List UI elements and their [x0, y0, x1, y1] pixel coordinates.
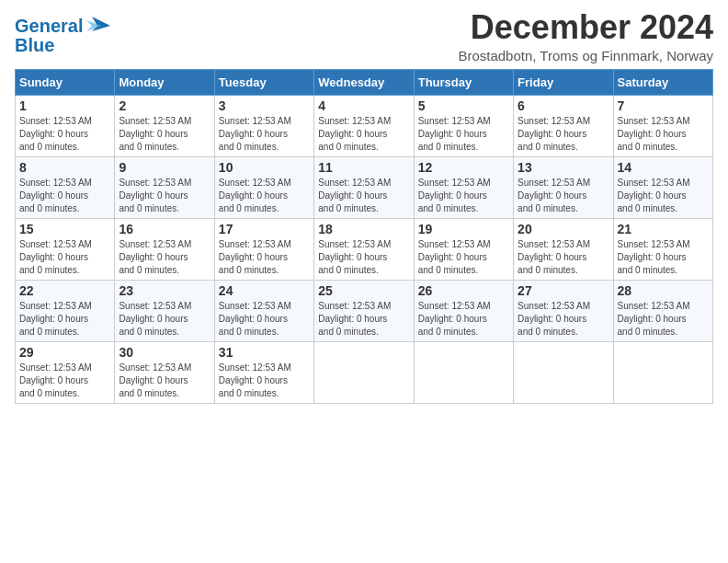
table-row: 8Sunset: 12:53 AMDaylight: 0 hoursand 0 … [16, 156, 115, 218]
day-info: Sunset: 12:53 AMDaylight: 0 hoursand 0 m… [418, 238, 509, 277]
day-info: Sunset: 12:53 AMDaylight: 0 hoursand 0 m… [219, 177, 310, 215]
table-row: 2Sunset: 12:53 AMDaylight: 0 hoursand 0 … [115, 95, 214, 156]
day-info: Sunset: 12:53 AMDaylight: 0 hoursand 0 m… [119, 300, 210, 339]
table-row: 5Sunset: 12:53 AMDaylight: 0 hoursand 0 … [414, 95, 513, 156]
day-number: 22 [19, 283, 110, 298]
table-row: 7Sunset: 12:53 AMDaylight: 0 hoursand 0 … [613, 95, 712, 156]
day-number: 14 [618, 160, 709, 175]
day-info: Sunset: 12:53 AMDaylight: 0 hoursand 0 m… [518, 300, 609, 339]
table-row: 13Sunset: 12:53 AMDaylight: 0 hoursand 0… [514, 156, 613, 218]
calendar-week-row: 22Sunset: 12:53 AMDaylight: 0 hoursand 0… [16, 280, 713, 341]
table-row: 6Sunset: 12:53 AMDaylight: 0 hoursand 0 … [514, 95, 613, 156]
header-friday: Friday [514, 69, 613, 95]
day-number: 19 [418, 222, 509, 236]
table-row: 16Sunset: 12:53 AMDaylight: 0 hoursand 0… [115, 218, 214, 280]
day-info: Sunset: 12:53 AMDaylight: 0 hoursand 0 m… [618, 177, 709, 215]
day-info: Sunset: 12:53 AMDaylight: 0 hoursand 0 m… [219, 238, 310, 277]
day-number: 13 [518, 160, 609, 175]
table-row: 26Sunset: 12:53 AMDaylight: 0 hoursand 0… [414, 280, 513, 341]
day-info: Sunset: 12:53 AMDaylight: 0 hoursand 0 m… [219, 362, 310, 400]
day-info: Sunset: 12:53 AMDaylight: 0 hoursand 0 m… [418, 300, 509, 339]
day-number: 16 [119, 222, 210, 236]
table-row: 30Sunset: 12:53 AMDaylight: 0 hoursand 0… [115, 341, 214, 403]
day-info: Sunset: 12:53 AMDaylight: 0 hoursand 0 m… [19, 238, 110, 277]
header: General Blue December 2024 Brostadbotn, … [15, 9, 713, 63]
calendar-week-row: 29Sunset: 12:53 AMDaylight: 0 hoursand 0… [16, 341, 713, 403]
table-row: 15Sunset: 12:53 AMDaylight: 0 hoursand 0… [16, 218, 115, 280]
logo: General Blue [15, 13, 110, 56]
table-row: 10Sunset: 12:53 AMDaylight: 0 hoursand 0… [214, 156, 313, 218]
table-row: 18Sunset: 12:53 AMDaylight: 0 hoursand 0… [314, 218, 414, 280]
table-row [514, 341, 613, 403]
table-row: 25Sunset: 12:53 AMDaylight: 0 hoursand 0… [314, 280, 414, 341]
day-info: Sunset: 12:53 AMDaylight: 0 hoursand 0 m… [19, 177, 110, 215]
day-number: 3 [219, 98, 310, 113]
table-row: 9Sunset: 12:53 AMDaylight: 0 hoursand 0 … [115, 156, 214, 218]
table-row: 14Sunset: 12:53 AMDaylight: 0 hoursand 0… [613, 156, 712, 218]
day-number: 15 [19, 222, 110, 236]
header-monday: Monday [115, 69, 214, 95]
day-number: 10 [219, 160, 310, 175]
day-number: 27 [518, 283, 609, 298]
day-number: 31 [219, 345, 310, 360]
day-info: Sunset: 12:53 AMDaylight: 0 hoursand 0 m… [518, 115, 609, 154]
day-number: 11 [318, 160, 409, 175]
table-row: 22Sunset: 12:53 AMDaylight: 0 hoursand 0… [16, 280, 115, 341]
day-info: Sunset: 12:53 AMDaylight: 0 hoursand 0 m… [518, 238, 609, 277]
day-number: 8 [19, 160, 110, 175]
header-wednesday: Wednesday [314, 69, 414, 95]
day-info: Sunset: 12:53 AMDaylight: 0 hoursand 0 m… [518, 177, 609, 215]
day-number: 26 [418, 283, 509, 298]
day-info: Sunset: 12:53 AMDaylight: 0 hoursand 0 m… [618, 238, 709, 277]
day-info: Sunset: 12:53 AMDaylight: 0 hoursand 0 m… [318, 115, 409, 154]
header-thursday: Thursday [414, 69, 513, 95]
day-number: 6 [518, 98, 609, 113]
header-sunday: Sunday [16, 69, 115, 95]
day-number: 2 [119, 98, 210, 113]
day-number: 25 [318, 283, 409, 298]
logo-text: General [15, 16, 83, 36]
table-row: 31Sunset: 12:53 AMDaylight: 0 hoursand 0… [214, 341, 313, 403]
day-number: 7 [618, 98, 709, 113]
day-info: Sunset: 12:53 AMDaylight: 0 hoursand 0 m… [418, 177, 509, 215]
weekday-header-row: Sunday Monday Tuesday Wednesday Thursday… [16, 69, 713, 95]
day-info: Sunset: 12:53 AMDaylight: 0 hoursand 0 m… [618, 115, 709, 154]
day-info: Sunset: 12:53 AMDaylight: 0 hoursand 0 m… [19, 115, 110, 154]
day-number: 1 [19, 98, 110, 113]
table-row: 1Sunset: 12:53 AMDaylight: 0 hoursand 0 … [16, 95, 115, 156]
day-info: Sunset: 12:53 AMDaylight: 0 hoursand 0 m… [618, 300, 709, 339]
day-number: 30 [119, 345, 210, 360]
day-number: 17 [219, 222, 310, 236]
day-number: 20 [518, 222, 609, 236]
day-number: 29 [19, 345, 110, 360]
day-number: 24 [219, 283, 310, 298]
table-row [613, 341, 712, 403]
day-info: Sunset: 12:53 AMDaylight: 0 hoursand 0 m… [119, 115, 210, 154]
table-row: 19Sunset: 12:53 AMDaylight: 0 hoursand 0… [414, 218, 513, 280]
header-saturday: Saturday [613, 69, 712, 95]
day-info: Sunset: 12:53 AMDaylight: 0 hoursand 0 m… [19, 362, 110, 400]
table-row: 29Sunset: 12:53 AMDaylight: 0 hoursand 0… [16, 341, 115, 403]
calendar-table: Sunday Monday Tuesday Wednesday Thursday… [15, 69, 713, 404]
day-info: Sunset: 12:53 AMDaylight: 0 hoursand 0 m… [318, 300, 409, 339]
day-info: Sunset: 12:53 AMDaylight: 0 hoursand 0 m… [219, 115, 310, 154]
day-number: 4 [318, 98, 409, 113]
day-info: Sunset: 12:53 AMDaylight: 0 hoursand 0 m… [119, 238, 210, 277]
page: General Blue December 2024 Brostadbotn, … [0, 0, 728, 563]
day-number: 23 [119, 283, 210, 298]
day-info: Sunset: 12:53 AMDaylight: 0 hoursand 0 m… [418, 115, 509, 154]
table-row: 11Sunset: 12:53 AMDaylight: 0 hoursand 0… [314, 156, 414, 218]
table-row: 4Sunset: 12:53 AMDaylight: 0 hoursand 0 … [314, 95, 414, 156]
table-row [314, 341, 414, 403]
day-info: Sunset: 12:53 AMDaylight: 0 hoursand 0 m… [19, 300, 110, 339]
day-number: 18 [318, 222, 409, 236]
calendar-week-row: 1Sunset: 12:53 AMDaylight: 0 hoursand 0 … [16, 95, 713, 156]
day-number: 21 [618, 222, 709, 236]
day-info: Sunset: 12:53 AMDaylight: 0 hoursand 0 m… [318, 238, 409, 277]
header-tuesday: Tuesday [214, 69, 313, 95]
table-row [414, 341, 513, 403]
calendar-week-row: 15Sunset: 12:53 AMDaylight: 0 hoursand 0… [16, 218, 713, 280]
day-number: 28 [618, 283, 709, 298]
table-row: 27Sunset: 12:53 AMDaylight: 0 hoursand 0… [514, 280, 613, 341]
day-number: 5 [418, 98, 509, 113]
